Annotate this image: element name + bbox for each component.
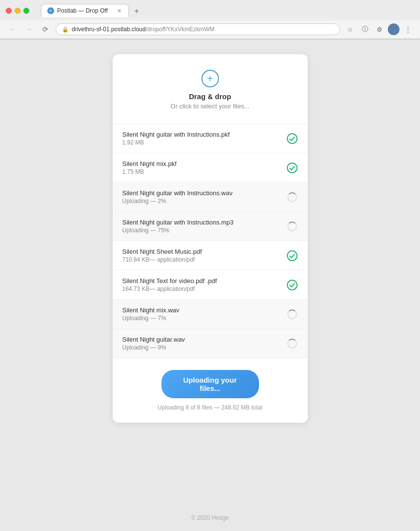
svg-point-2 (287, 251, 297, 261)
file-status (286, 133, 298, 144)
file-name: Silent Night guitar with Instructions.wa… (122, 189, 280, 197)
nav-actions: ☆ ⓘ ⚙ ⋮ (344, 23, 414, 36)
file-meta: Uploading — 2% (122, 198, 280, 204)
tabs-bar: P Postlab — Drop Off ✕ + (35, 4, 148, 17)
file-item: Silent Night guitar with Instructions.pk… (113, 124, 308, 153)
minimize-button[interactable] (15, 8, 20, 14)
file-status (286, 191, 298, 203)
file-status (286, 338, 298, 349)
tab-title: Postlab — Drop Off (57, 7, 113, 14)
drop-zone-subtitle: Or click to select your files... (171, 102, 250, 110)
svg-point-3 (287, 280, 297, 290)
spinner-icon (287, 192, 297, 202)
info-button[interactable]: ⓘ (359, 23, 371, 36)
file-item: Silent Night mix.wavUploading — 7% (113, 300, 308, 329)
address-domain: drivethru-sf-01.postlab.cloud (72, 26, 145, 33)
file-info: Silent Night mix.wavUploading — 7% (122, 306, 280, 322)
check-icon (286, 250, 298, 262)
file-info: Silent Night guitar with Instructions.wa… (122, 189, 280, 204)
maximize-button[interactable] (23, 8, 29, 14)
file-meta: Uploading — 75% (122, 227, 280, 234)
file-meta: 1.75 MB (122, 168, 280, 175)
menu-button[interactable]: ⋮ (401, 23, 414, 36)
file-item: Silent Night Text for video.pdf .pdf164.… (113, 270, 308, 300)
spinner-icon (287, 339, 297, 348)
file-status (286, 221, 298, 232)
svg-point-0 (287, 134, 297, 143)
active-tab[interactable]: P Postlab — Drop Off ✕ (41, 4, 129, 17)
file-item: Silent Night guitar.wavUploading — 9% (113, 329, 308, 358)
file-info: Silent Night guitar with Instructions.mp… (122, 219, 280, 234)
traffic-lights (6, 8, 29, 14)
file-name: Silent Night guitar with Instructions.mp… (122, 219, 280, 226)
file-meta: Uploading — 7% (122, 315, 280, 322)
file-name: Silent Night Text for video.pdf .pdf (122, 277, 280, 285)
file-item: Silent Night Sheet Music.pdf710.84 KB— a… (113, 241, 308, 270)
upload-card: + Drag & drop Or click to select your fi… (113, 54, 308, 423)
file-info: Silent Night mix.pkf1.75 MB (122, 160, 280, 175)
upload-button[interactable]: Uploading your files... (161, 370, 259, 398)
check-icon (286, 133, 298, 144)
spinner-icon (287, 222, 297, 231)
drop-zone-icon: + (201, 70, 219, 87)
file-name: Silent Night mix.wav (122, 306, 280, 314)
copyright-text: © 2020 Hedge (191, 514, 229, 521)
address-path: /dropoff/YKxVkmEzkmWM (145, 26, 214, 33)
address-bar[interactable]: 🔒 drivethru-sf-01.postlab.cloud/dropoff/… (56, 23, 340, 35)
upload-progress-text: Uploading 8 of 8 files — 248.62 MB total (158, 404, 262, 411)
back-button[interactable]: ← (6, 23, 19, 36)
file-info: Silent Night Sheet Music.pdf710.84 KB— a… (122, 248, 280, 263)
title-bar: P Postlab — Drop Off ✕ + (0, 0, 420, 20)
page-footer: © 2020 Hedge (0, 505, 420, 531)
bookmark-button[interactable]: ☆ (344, 23, 357, 36)
check-icon (286, 279, 298, 291)
drop-zone-title: Drag & drop (189, 92, 231, 101)
file-list: Silent Night guitar with Instructions.pk… (113, 124, 308, 358)
file-info: Silent Night guitar with Instructions.pk… (122, 131, 280, 146)
reload-button[interactable]: ⟳ (39, 23, 52, 36)
file-item: Silent Night guitar with Instructions.wa… (113, 183, 308, 212)
file-item: Silent Night mix.pkf1.75 MB (113, 153, 308, 183)
drop-zone[interactable]: + Drag & drop Or click to select your fi… (113, 54, 308, 124)
browser-chrome: P Postlab — Drop Off ✕ + ← → ⟳ 🔒 driveth… (0, 0, 420, 40)
file-status (286, 162, 298, 174)
file-name: Silent Night guitar with Instructions.pk… (122, 131, 280, 138)
close-button[interactable] (6, 8, 12, 14)
check-icon (286, 162, 298, 174)
file-meta: Uploading — 9% (122, 344, 280, 351)
spinner-icon (287, 309, 297, 319)
forward-button[interactable]: → (22, 23, 35, 36)
file-meta: 1.92 MB (122, 139, 280, 146)
address-text: drivethru-sf-01.postlab.cloud/dropoff/YK… (72, 26, 334, 33)
file-meta: 710.84 KB— application/pdf (122, 256, 280, 263)
svg-point-1 (287, 163, 297, 173)
new-tab-button[interactable]: + (131, 5, 142, 17)
file-name: Silent Night guitar.wav (122, 336, 280, 343)
plus-icon: + (207, 73, 213, 84)
file-name: Silent Night mix.pkf (122, 160, 280, 167)
file-item: Silent Night guitar with Instructions.mp… (113, 212, 308, 241)
file-status (286, 308, 298, 320)
file-status (286, 250, 298, 262)
file-name: Silent Night Sheet Music.pdf (122, 248, 280, 255)
page-content: + Drag & drop Or click to select your fi… (0, 40, 420, 505)
profile-avatar[interactable] (388, 23, 400, 35)
file-info: Silent Night guitar.wavUploading — 9% (122, 336, 280, 351)
nav-bar: ← → ⟳ 🔒 drivethru-sf-01.postlab.cloud/dr… (0, 20, 420, 39)
file-info: Silent Night Text for video.pdf .pdf164.… (122, 277, 280, 292)
extensions-button[interactable]: ⚙ (373, 23, 386, 36)
tab-close-button[interactable]: ✕ (116, 7, 122, 14)
tab-favicon: P (47, 7, 54, 14)
file-meta: 164.73 KB— application/pdf (122, 286, 280, 292)
lock-icon: 🔒 (62, 26, 69, 33)
file-status (286, 279, 298, 291)
upload-footer: Uploading your files... Uploading 8 of 8… (113, 358, 308, 423)
